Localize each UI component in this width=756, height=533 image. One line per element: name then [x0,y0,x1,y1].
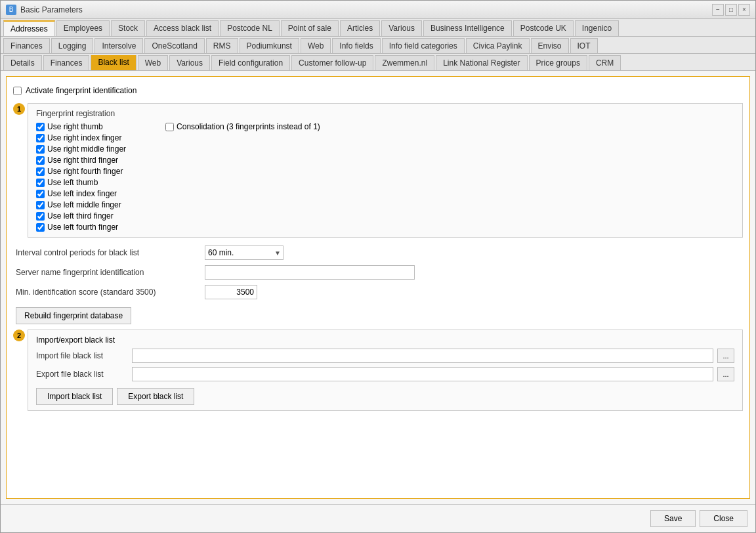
section-1-wrapper: 1 Fingerprint registration Use right thu… [13,103,743,238]
checkbox-right-fourth-label: Use right fourth finger [47,167,123,176]
checkbox-consolidation-label: Consolidation (3 fingerprints instead of… [177,122,320,131]
tab-customer-follow-up[interactable]: Customer follow-up [291,55,373,70]
checkbox-left-thumb-label: Use left thumb [47,178,98,187]
tab-finances-sub[interactable]: Finances [43,55,90,70]
section-2-wrapper: 2 Import/export black list Import file b… [13,330,743,411]
tab-info-field-categories[interactable]: Info field categories [382,38,465,53]
checkbox-right-middle-input[interactable] [36,145,45,154]
checkbox-right-thumb-label: Use right thumb [47,122,103,131]
interval-dropdown[interactable]: 15 min. 30 min. 60 min. 120 min. [205,245,284,260]
close-button[interactable]: × [738,4,750,16]
bottom-bar: Save Close [1,504,755,532]
checkbox-right-middle-label: Use right middle finger [47,144,126,154]
activate-fingerprint-checkbox[interactable] [13,87,22,95]
checkbox-left-middle: Use left middle finger [36,200,126,209]
close-button-bottom[interactable]: Close [700,510,747,527]
app-icon: B [6,5,16,15]
tab-web-sub[interactable]: Web [138,55,168,70]
export-black-list-button[interactable]: Export black list [117,388,194,405]
checkbox-left-third-input[interactable] [36,212,45,221]
tab-info-fields[interactable]: Info fields [332,38,380,53]
checkboxes-split: Use right thumb Use right index finger U… [36,122,734,232]
checkbox-left-fourth-label: Use left fourth finger [47,223,118,232]
save-button[interactable]: Save [650,510,696,527]
tab-access-black-list[interactable]: Access black list [146,20,219,36]
checkbox-right-fourth-input[interactable] [36,167,45,176]
tab-crm[interactable]: CRM [589,55,621,70]
checkbox-right-thumb-input[interactable] [36,123,45,131]
checkbox-left-thumb-input[interactable] [36,179,45,187]
checkbox-left-fourth-input[interactable] [36,223,45,232]
import-browse-button[interactable]: ... [717,349,734,363]
checkbox-left-middle-label: Use left middle finger [47,200,121,209]
tab-enviso[interactable]: Enviso [531,38,569,53]
activate-fingerprint-row: Activate fingerprint identification [13,83,743,98]
tab-various[interactable]: Various [381,20,422,36]
import-black-list-button[interactable]: Import black list [36,388,113,405]
tab-point-of-sale[interactable]: Point of sale [281,20,339,36]
server-input[interactable] [205,265,415,280]
section-1-content: Fingerprint registration Use right thumb… [28,103,743,238]
tab-postcode-nl[interactable]: Postcode NL [220,20,280,36]
activate-fingerprint-label: Activate fingerprint identification [26,86,136,95]
rebuild-button[interactable]: Rebuild fingerprint database [16,307,131,324]
checkbox-right-index: Use right index finger [36,133,126,142]
section-1-label: Fingerprint registration [36,109,734,118]
tab-zwemmen[interactable]: Zwemmen.nl [375,55,434,70]
tab-articles[interactable]: Articles [340,20,380,36]
checkboxes-left-col: Use right thumb Use right index finger U… [36,122,126,232]
restore-button[interactable]: □ [725,4,737,16]
import-export-section: Import/export black list Import file bla… [28,330,743,411]
tab-iot[interactable]: IOT [570,38,598,53]
tab-ingenico[interactable]: Ingenico [575,20,619,36]
export-browse-button[interactable]: ... [717,367,734,381]
checkbox-left-index-input[interactable] [36,190,45,198]
score-input[interactable] [205,285,257,299]
server-row: Server name fingerprint identification [16,265,743,280]
checkbox-right-third: Use right third finger [36,156,126,165]
import-file-row: Import file black list ... [36,349,734,363]
tab-onescotland[interactable]: OneScotland [144,38,204,53]
tab-row-2: Finances Logging Intersolve OneScotland … [1,37,755,54]
fields-section: Interval control periods for black list … [13,245,743,324]
tab-link-national-register[interactable]: Link National Register [436,55,527,70]
checkbox-right-third-label: Use right third finger [47,156,118,165]
tab-various-sub[interactable]: Various [169,55,210,70]
interval-dropdown-wrapper: 15 min. 30 min. 60 min. 120 min. ▼ [205,245,284,260]
checkbox-right-middle: Use right middle finger [36,144,126,154]
tab-logging[interactable]: Logging [51,38,94,53]
tab-business-intelligence[interactable]: Business Intelligence [423,20,512,36]
checkbox-left-third-label: Use left third finger [47,211,114,221]
tab-finances[interactable]: Finances [3,38,50,53]
tab-podiumkunst[interactable]: Podiumkunst [240,38,299,53]
tab-stock[interactable]: Stock [111,20,145,36]
checkbox-consolidation-input[interactable] [165,123,174,131]
tab-postcode-uk[interactable]: Postcode UK [513,20,574,36]
tab-field-configuration[interactable]: Field configuration [211,55,290,70]
tab-rms[interactable]: RMS [206,38,238,53]
main-panel: Activate fingerprint identification 1 Fi… [6,76,750,499]
tab-price-groups[interactable]: Price groups [529,55,587,70]
import-file-input[interactable] [132,349,713,363]
checkbox-left-middle-input[interactable] [36,201,45,209]
minimize-button[interactable]: − [712,4,724,16]
tab-details[interactable]: Details [3,55,42,70]
checkbox-right-third-input[interactable] [36,156,45,165]
checkbox-left-thumb: Use left thumb [36,178,126,187]
tab-addresses[interactable]: Addresses [3,20,55,36]
checkbox-right-index-input[interactable] [36,134,45,142]
tab-black-list[interactable]: Black list [91,55,136,70]
tab-web[interactable]: Web [301,38,331,53]
export-file-input[interactable] [132,367,713,381]
window-title: Basic Parameters [20,5,83,14]
tab-intersolve[interactable]: Intersolve [94,38,143,53]
tab-employees[interactable]: Employees [56,20,110,36]
checkboxes-right-col: Consolidation (3 fingerprints instead of… [165,122,320,232]
title-bar: B Basic Parameters − □ × [1,1,755,19]
title-bar-controls: − □ × [712,4,750,16]
server-label: Server name fingerprint identification [16,268,200,277]
score-row: Min. identification score (standard 3500… [16,285,743,299]
tab-civica-paylink[interactable]: Civica Paylink [466,38,530,53]
interval-row: Interval control periods for black list … [16,245,743,260]
checkbox-left-third: Use left third finger [36,211,126,221]
